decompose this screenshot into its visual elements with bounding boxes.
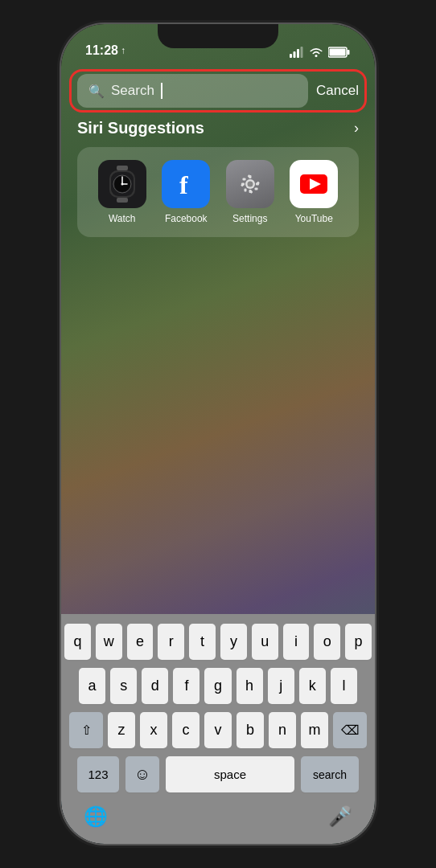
search-key[interactable]: search [301, 756, 359, 792]
time-display: 11:28 [85, 43, 118, 58]
key-a[interactable]: a [79, 668, 105, 704]
notch [158, 24, 278, 48]
search-bar-container: 🔍 Search Cancel [77, 74, 359, 108]
svg-rect-6 [348, 50, 350, 55]
facebook-icon-graphic: f [170, 168, 202, 200]
keyboard: q w e r t y u i o p a s d f g h j k [61, 614, 375, 844]
key-y[interactable]: y [220, 624, 247, 660]
key-t[interactable]: t [189, 624, 216, 660]
svg-rect-7 [330, 49, 346, 56]
mic-key[interactable]: 🎤 [328, 805, 352, 828]
phone-frame: 11:28 ↑ [61, 24, 375, 844]
delete-key[interactable]: ⌫ [333, 712, 367, 748]
num-label: 123 [88, 768, 108, 781]
number-key[interactable]: 123 [77, 756, 119, 792]
key-x[interactable]: x [140, 712, 167, 748]
youtube-app-icon [290, 160, 338, 208]
keyboard-row-2: a s d f g h j k l [64, 668, 372, 704]
youtube-app-label: YouTube [295, 213, 333, 224]
siri-more-chevron[interactable]: › [354, 120, 359, 137]
key-u[interactable]: u [252, 624, 278, 660]
status-time: 11:28 ↑ [85, 43, 125, 58]
location-arrow-icon: ↑ [121, 45, 125, 56]
watch-icon-graphic [106, 166, 138, 203]
signal-icon [290, 47, 304, 58]
svg-point-14 [121, 183, 123, 186]
watch-app-label: Watch [109, 213, 136, 224]
siri-suggestions-header: Siri Suggestions › [77, 119, 359, 137]
battery-icon [328, 47, 351, 58]
facebook-app-icon: f [162, 160, 210, 208]
svg-point-4 [315, 55, 318, 57]
key-n[interactable]: n [269, 712, 296, 748]
app-item-settings[interactable]: Settings [221, 160, 279, 224]
facebook-app-label: Facebook [165, 213, 208, 224]
svg-point-17 [247, 182, 253, 187]
key-p[interactable]: p [345, 624, 372, 660]
space-label: space [214, 768, 246, 781]
key-m[interactable]: m [301, 712, 328, 748]
status-icons [290, 47, 351, 58]
settings-app-label: Settings [232, 213, 267, 224]
key-l[interactable]: l [331, 668, 357, 704]
emoji-key[interactable]: ☺ [125, 756, 159, 792]
key-s[interactable]: s [110, 668, 137, 704]
wifi-icon [309, 47, 323, 58]
youtube-icon-graphic [297, 171, 331, 197]
key-z[interactable]: z [108, 712, 135, 748]
key-i[interactable]: i [283, 624, 310, 660]
settings-app-icon [226, 160, 274, 208]
keyboard-row-3: ⇧ z x c v b n m ⌫ [64, 712, 372, 748]
app-item-facebook[interactable]: f Facebook [157, 160, 215, 224]
svg-rect-1 [294, 51, 296, 58]
siri-app-grid: Watch f Facebook [77, 147, 359, 237]
key-f[interactable]: f [173, 668, 199, 704]
search-bar[interactable]: 🔍 Search [77, 74, 308, 108]
key-g[interactable]: g [204, 668, 231, 704]
search-magnifier-icon: 🔍 [88, 84, 105, 99]
key-e[interactable]: e [127, 624, 154, 660]
phone-screen: 11:28 ↑ [61, 24, 375, 844]
key-d[interactable]: d [142, 668, 168, 704]
space-key[interactable]: space [166, 756, 294, 792]
search-input-placeholder[interactable]: Search [111, 83, 154, 99]
svg-rect-8 [117, 166, 128, 170]
key-h[interactable]: h [237, 668, 263, 704]
keyboard-row-4: 123 ☺ space search [64, 756, 372, 792]
keyboard-row-1: q w e r t y u i o p [64, 624, 372, 660]
key-j[interactable]: j [268, 668, 294, 704]
cancel-button[interactable]: Cancel [316, 83, 359, 99]
app-item-watch[interactable]: Watch [93, 160, 151, 224]
svg-rect-27 [242, 178, 245, 181]
watch-app-icon [98, 160, 146, 208]
key-w[interactable]: w [96, 624, 122, 660]
key-q[interactable]: q [64, 624, 91, 660]
svg-text:f: f [179, 170, 188, 199]
svg-rect-2 [297, 49, 299, 58]
key-r[interactable]: r [158, 624, 184, 660]
svg-rect-3 [301, 47, 303, 58]
key-o[interactable]: o [314, 624, 340, 660]
key-v[interactable]: v [204, 712, 232, 748]
globe-key[interactable]: 🌐 [84, 805, 108, 828]
svg-rect-9 [117, 198, 128, 203]
key-k[interactable]: k [299, 668, 326, 704]
svg-rect-23 [254, 188, 257, 190]
key-c[interactable]: c [172, 712, 199, 748]
search-label: search [313, 768, 347, 781]
key-b[interactable]: b [237, 712, 264, 748]
settings-icon-graphic [235, 169, 265, 199]
text-cursor [161, 83, 162, 99]
svg-rect-0 [290, 54, 292, 58]
keyboard-row-5: 🌐 🎤 [64, 800, 372, 828]
app-item-youtube[interactable]: YouTube [285, 160, 343, 224]
shift-key[interactable]: ⇧ [69, 712, 103, 748]
svg-rect-25 [244, 189, 246, 192]
siri-suggestions-title: Siri Suggestions [77, 119, 204, 137]
